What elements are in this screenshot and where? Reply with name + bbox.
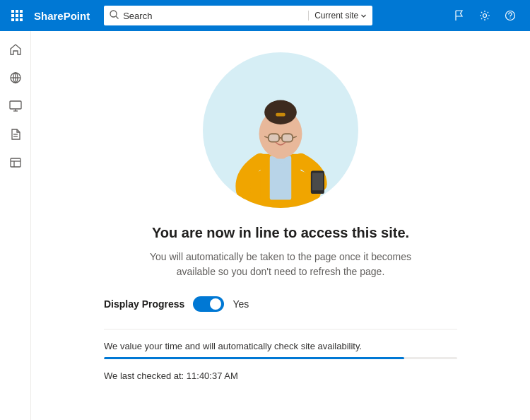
nav-right-icons (448, 4, 522, 27)
svg-rect-3 (11, 14, 14, 17)
main-heading: You are now in line to access this site. (152, 225, 409, 241)
svg-rect-34 (269, 134, 279, 141)
svg-point-13 (510, 18, 510, 18)
progress-section: We value your time and will automaticall… (104, 329, 457, 381)
sidebar (0, 31, 31, 420)
display-progress-row: Display Progress Yes (104, 296, 457, 312)
search-icon (110, 10, 119, 21)
sidebar-item-monitor[interactable] (3, 93, 28, 119)
search-scope-selector[interactable]: Current site (308, 11, 367, 21)
svg-rect-5 (20, 14, 23, 17)
svg-rect-33 (276, 113, 285, 117)
illustration-circle (203, 52, 358, 208)
progress-bar-fill (104, 357, 404, 359)
progress-description: We value your time and will automaticall… (104, 341, 457, 351)
progress-bar-track (104, 357, 457, 359)
sidebar-item-document[interactable] (3, 122, 28, 147)
svg-rect-6 (11, 18, 14, 21)
search-bar[interactable]: Search Current site (104, 6, 372, 25)
svg-rect-7 (16, 18, 18, 21)
chevron-down-icon (360, 13, 367, 19)
svg-rect-8 (20, 18, 23, 21)
sub-description: You will automatically be taken to the p… (132, 250, 429, 279)
svg-rect-0 (11, 10, 14, 13)
illustration-wrapper (203, 52, 358, 208)
svg-rect-18 (10, 101, 21, 109)
sidebar-item-list[interactable] (3, 150, 28, 175)
top-navigation: SharePoint Search Current site (0, 0, 530, 31)
last-checked-text: We last checked at: 11:40:37 AM (104, 371, 457, 381)
sidebar-item-home[interactable] (3, 37, 28, 62)
svg-point-11 (483, 14, 487, 18)
svg-point-31 (264, 100, 297, 124)
person-illustration (217, 66, 344, 208)
flag-icon[interactable] (448, 4, 471, 27)
toggle-label: Display Progress (104, 298, 184, 310)
main-content: You are now in line to access this site.… (31, 31, 530, 420)
sidebar-item-globe[interactable] (3, 65, 28, 91)
search-scope-label: Current site (314, 11, 358, 21)
svg-rect-4 (16, 14, 18, 17)
svg-rect-40 (312, 173, 323, 190)
toggle-state-label: Yes (232, 298, 249, 310)
svg-rect-1 (16, 10, 18, 13)
app-brand: SharePoint (34, 10, 90, 22)
svg-rect-35 (282, 134, 293, 141)
svg-rect-28 (270, 156, 291, 200)
search-input-placeholder: Search (123, 11, 304, 21)
help-icon[interactable] (499, 4, 522, 27)
progress-toggle[interactable] (193, 296, 224, 312)
settings-icon[interactable] (473, 4, 496, 27)
toggle-thumb (210, 298, 221, 310)
svg-rect-2 (20, 10, 23, 13)
waffle-menu-icon[interactable] (8, 7, 25, 24)
svg-rect-23 (11, 158, 20, 167)
main-layout: You are now in line to access this site.… (0, 31, 530, 420)
svg-line-10 (116, 16, 119, 19)
svg-point-9 (110, 11, 117, 17)
